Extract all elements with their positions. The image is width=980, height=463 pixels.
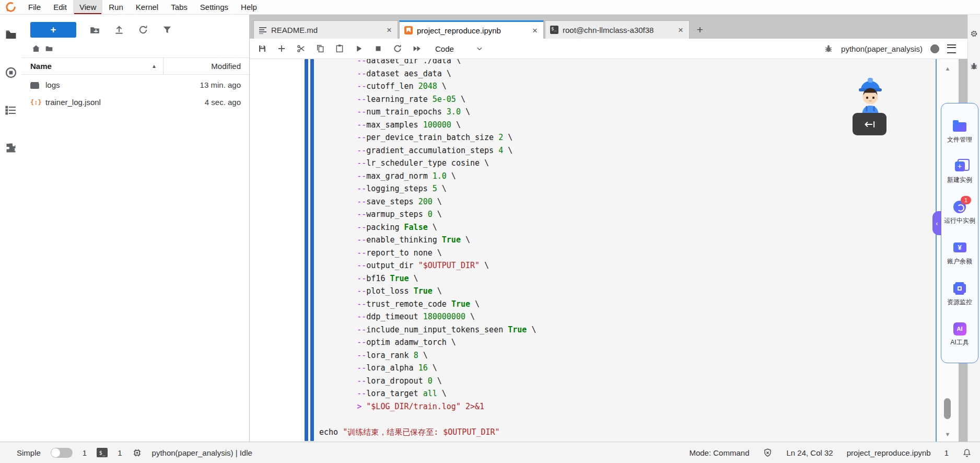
extensions-icon[interactable]: [4, 141, 18, 155]
code-line[interactable]: --include_num_input_tokens_seen True \: [319, 323, 935, 337]
kernel-name[interactable]: python(paper_analysis): [841, 44, 923, 53]
code-line[interactable]: --learning_rate 5e-05 \: [319, 93, 935, 106]
assistant-panel-item[interactable]: 资源监控: [947, 282, 972, 307]
menu-item[interactable]: Run: [102, 0, 130, 14]
file-row[interactable]: trainer_log.jsonl 4 sec. ago: [22, 94, 249, 111]
simple-mode-toggle[interactable]: [51, 448, 73, 458]
cut-cells-icon[interactable]: [294, 41, 308, 56]
column-modified[interactable]: Modified: [163, 58, 241, 74]
app-logo-icon[interactable]: [0, 2, 22, 13]
code-line[interactable]: --save_steps 200 \: [319, 195, 935, 209]
cell-type-dropdown[interactable]: Code: [435, 44, 483, 53]
code-line[interactable]: --gradient_accumulation_steps 4 \: [319, 144, 935, 157]
code-cell[interactable]: --dataset_dir ./data \ --dataset aes_dat…: [315, 59, 935, 441]
new-tab-button[interactable]: +: [691, 20, 709, 39]
folder-crumb-icon[interactable]: [44, 44, 54, 53]
assistant-panel-item[interactable]: 文件管理: [947, 119, 972, 144]
cell-collapser[interactable]: [305, 59, 308, 441]
code-line[interactable]: --max_samples 100000 \: [319, 119, 935, 132]
copy-cells-icon[interactable]: [313, 41, 328, 56]
bell-icon[interactable]: [962, 448, 972, 458]
save-icon[interactable]: [255, 41, 270, 56]
debugger-bug-icon[interactable]: [824, 44, 833, 53]
home-icon[interactable]: [31, 44, 41, 53]
debug-bug-icon[interactable]: [970, 61, 979, 71]
command-mode-indicator[interactable]: Mode: Command: [689, 448, 749, 457]
code-line[interactable]: --warmup_steps 0 \: [319, 208, 935, 221]
code-line[interactable]: --trust_remote_code True \: [319, 298, 935, 311]
panel-menu-icon[interactable]: [947, 44, 956, 53]
editor-tab[interactable]: README.md ×: [253, 20, 398, 39]
table-of-contents-icon[interactable]: [4, 103, 18, 117]
settings-gear-icon[interactable]: [970, 29, 979, 38]
code-line[interactable]: --lora_rank 8 \: [319, 349, 935, 362]
code-line[interactable]: --lora_alpha 16 \: [319, 362, 935, 375]
code-line[interactable]: --plot_loss True \: [319, 285, 935, 298]
code-line[interactable]: --optim adamw_torch \: [319, 336, 935, 349]
panel-collapse-handle[interactable]: [932, 211, 941, 235]
restart-run-all-icon[interactable]: [410, 41, 424, 56]
column-name[interactable]: Name: [30, 62, 151, 71]
editor-tab[interactable]: root@chn-llmclass-a30f38 ×: [545, 20, 690, 39]
close-tab-icon[interactable]: ×: [531, 26, 539, 35]
code-line[interactable]: --enable_thinking True \: [319, 234, 935, 247]
kernel-status-text[interactable]: python(paper_analysis) | Idle: [152, 448, 252, 457]
code-line[interactable]: echo "训练结束，结果已保存至: $OUTPUT_DIR": [319, 426, 935, 439]
active-file-name[interactable]: project_reproduce.ipynb: [847, 448, 931, 457]
assistant-mascot[interactable]: [854, 75, 887, 115]
code-line[interactable]: > "$LOG_DIR/train.log" 2>&1: [319, 400, 935, 413]
assistant-panel-item[interactable]: 新建实例: [947, 159, 972, 184]
sort-ascending-icon[interactable]: ▲: [151, 63, 157, 69]
cell-active-indicator[interactable]: [310, 59, 314, 441]
assistant-panel-item[interactable]: 1 运行中实例: [944, 200, 975, 225]
file-browser-icon[interactable]: [4, 28, 18, 42]
stop-kernel-icon[interactable]: [371, 41, 386, 56]
terminal-sessions-icon[interactable]: $_: [97, 448, 108, 457]
code-line[interactable]: --dataset_dir ./data \: [319, 59, 935, 67]
restart-kernel-icon[interactable]: [390, 41, 405, 56]
scrollbar-thumb[interactable]: [944, 398, 951, 419]
insert-cell-icon[interactable]: [274, 41, 289, 56]
scroll-down-icon[interactable]: [937, 431, 959, 437]
new-launcher-button[interactable]: +: [30, 22, 76, 38]
menu-item[interactable]: Kernel: [130, 0, 165, 14]
running-sessions-icon[interactable]: [4, 66, 18, 79]
paste-cells-icon[interactable]: [332, 41, 347, 56]
code-line[interactable]: --ddp_timeout 180000000 \: [319, 310, 935, 323]
code-line[interactable]: --packing False \: [319, 221, 935, 234]
filter-icon[interactable]: [161, 25, 172, 36]
run-cell-icon[interactable]: [352, 41, 366, 56]
menu-item[interactable]: File: [22, 0, 47, 14]
editor-tab[interactable]: project_reproduce.ipynb ×: [399, 20, 544, 39]
upload-icon[interactable]: [113, 25, 124, 36]
menu-item[interactable]: Help: [235, 0, 263, 14]
code-line[interactable]: --per_device_train_batch_size 2 \: [319, 131, 935, 144]
close-tab-icon[interactable]: ×: [386, 26, 393, 34]
trust-shield-icon[interactable]: [763, 448, 773, 458]
code-line[interactable]: --output_dir "$OUTPUT_DIR" \: [319, 259, 935, 272]
code-line[interactable]: --logging_steps 5 \: [319, 182, 935, 195]
code-line[interactable]: --bf16 True \: [319, 272, 935, 285]
code-line[interactable]: --dataset aes_data \: [319, 67, 935, 80]
file-row[interactable]: logs 13 min. ago: [22, 76, 249, 94]
code-line[interactable]: [319, 413, 935, 426]
kernel-sessions-icon[interactable]: [132, 448, 142, 458]
refresh-icon[interactable]: [137, 25, 148, 36]
menu-item[interactable]: Edit: [47, 0, 73, 14]
assistant-panel-item[interactable]: AI工具: [950, 322, 969, 347]
code-line[interactable]: --num_train_epochs 3.0 \: [319, 106, 935, 119]
menu-item[interactable]: Tabs: [165, 0, 194, 14]
code-line[interactable]: --cutoff_len 2048 \: [319, 80, 935, 93]
new-folder-icon[interactable]: [89, 25, 100, 36]
code-lines[interactable]: --dataset_dir ./data \ --dataset aes_dat…: [315, 59, 935, 438]
code-line[interactable]: --lora_dropout 0 \: [319, 375, 935, 388]
close-tab-icon[interactable]: ×: [677, 26, 684, 34]
dock-assistant-button[interactable]: [853, 113, 886, 135]
code-line[interactable]: --lr_scheduler_type cosine \: [319, 157, 935, 170]
menu-item[interactable]: Settings: [194, 0, 235, 14]
code-line[interactable]: --max_grad_norm 1.0 \: [319, 170, 935, 183]
cursor-position[interactable]: Ln 24, Col 32: [786, 448, 833, 457]
code-line[interactable]: --lora_target all \: [319, 387, 935, 400]
scroll-up-icon[interactable]: [937, 65, 959, 72]
kernel-status-icon[interactable]: [930, 44, 939, 53]
